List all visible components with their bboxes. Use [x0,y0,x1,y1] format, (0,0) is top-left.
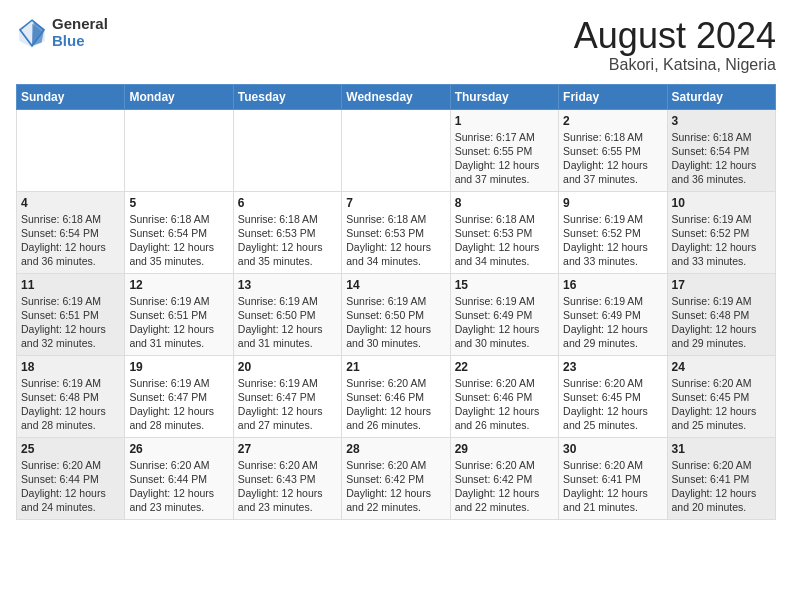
day-number: 31 [672,442,771,456]
calendar-cell: 17Sunrise: 6:19 AM Sunset: 6:48 PM Dayli… [667,273,775,355]
calendar-week-row: 11Sunrise: 6:19 AM Sunset: 6:51 PM Dayli… [17,273,776,355]
calendar-cell: 27Sunrise: 6:20 AM Sunset: 6:43 PM Dayli… [233,437,341,519]
day-info: Sunrise: 6:19 AM Sunset: 6:52 PM Dayligh… [672,212,771,269]
day-number: 15 [455,278,554,292]
day-number: 27 [238,442,337,456]
day-info: Sunrise: 6:20 AM Sunset: 6:46 PM Dayligh… [346,376,445,433]
day-info: Sunrise: 6:19 AM Sunset: 6:49 PM Dayligh… [455,294,554,351]
calendar-cell [17,109,125,191]
day-number: 29 [455,442,554,456]
calendar-cell: 9Sunrise: 6:19 AM Sunset: 6:52 PM Daylig… [559,191,667,273]
calendar-cell: 25Sunrise: 6:20 AM Sunset: 6:44 PM Dayli… [17,437,125,519]
logo-icon [16,17,48,49]
day-number: 21 [346,360,445,374]
day-info: Sunrise: 6:19 AM Sunset: 6:49 PM Dayligh… [563,294,662,351]
day-info: Sunrise: 6:18 AM Sunset: 6:55 PM Dayligh… [563,130,662,187]
calendar-cell: 13Sunrise: 6:19 AM Sunset: 6:50 PM Dayli… [233,273,341,355]
calendar-cell: 3Sunrise: 6:18 AM Sunset: 6:54 PM Daylig… [667,109,775,191]
day-info: Sunrise: 6:18 AM Sunset: 6:54 PM Dayligh… [672,130,771,187]
day-info: Sunrise: 6:20 AM Sunset: 6:41 PM Dayligh… [563,458,662,515]
day-number: 8 [455,196,554,210]
calendar-cell: 26Sunrise: 6:20 AM Sunset: 6:44 PM Dayli… [125,437,233,519]
calendar-header-day: Tuesday [233,84,341,109]
calendar-cell: 15Sunrise: 6:19 AM Sunset: 6:49 PM Dayli… [450,273,558,355]
day-info: Sunrise: 6:19 AM Sunset: 6:47 PM Dayligh… [129,376,228,433]
calendar-header-day: Monday [125,84,233,109]
calendar-cell: 7Sunrise: 6:18 AM Sunset: 6:53 PM Daylig… [342,191,450,273]
page-container: General Blue August 2024 Bakori, Katsina… [0,0,792,528]
day-number: 13 [238,278,337,292]
day-number: 6 [238,196,337,210]
day-number: 18 [21,360,120,374]
day-info: Sunrise: 6:20 AM Sunset: 6:42 PM Dayligh… [346,458,445,515]
day-number: 7 [346,196,445,210]
logo: General Blue [16,16,108,49]
day-number: 19 [129,360,228,374]
day-number: 2 [563,114,662,128]
day-info: Sunrise: 6:18 AM Sunset: 6:54 PM Dayligh… [21,212,120,269]
day-info: Sunrise: 6:20 AM Sunset: 6:42 PM Dayligh… [455,458,554,515]
day-number: 16 [563,278,662,292]
calendar-cell: 19Sunrise: 6:19 AM Sunset: 6:47 PM Dayli… [125,355,233,437]
calendar-cell: 6Sunrise: 6:18 AM Sunset: 6:53 PM Daylig… [233,191,341,273]
day-info: Sunrise: 6:19 AM Sunset: 6:50 PM Dayligh… [346,294,445,351]
day-info: Sunrise: 6:19 AM Sunset: 6:48 PM Dayligh… [21,376,120,433]
calendar-cell: 28Sunrise: 6:20 AM Sunset: 6:42 PM Dayli… [342,437,450,519]
calendar-week-row: 4Sunrise: 6:18 AM Sunset: 6:54 PM Daylig… [17,191,776,273]
title-block: August 2024 Bakori, Katsina, Nigeria [574,16,776,74]
calendar-header-day: Thursday [450,84,558,109]
calendar-cell: 8Sunrise: 6:18 AM Sunset: 6:53 PM Daylig… [450,191,558,273]
calendar-cell: 1Sunrise: 6:17 AM Sunset: 6:55 PM Daylig… [450,109,558,191]
day-number: 26 [129,442,228,456]
calendar-cell [233,109,341,191]
day-info: Sunrise: 6:20 AM Sunset: 6:43 PM Dayligh… [238,458,337,515]
calendar-header-day: Wednesday [342,84,450,109]
calendar-cell: 29Sunrise: 6:20 AM Sunset: 6:42 PM Dayli… [450,437,558,519]
day-number: 9 [563,196,662,210]
day-number: 4 [21,196,120,210]
calendar-cell [342,109,450,191]
calendar-cell: 11Sunrise: 6:19 AM Sunset: 6:51 PM Dayli… [17,273,125,355]
calendar-body: 1Sunrise: 6:17 AM Sunset: 6:55 PM Daylig… [17,109,776,519]
month-title: August 2024 [574,16,776,56]
day-number: 12 [129,278,228,292]
day-info: Sunrise: 6:19 AM Sunset: 6:47 PM Dayligh… [238,376,337,433]
calendar-cell: 23Sunrise: 6:20 AM Sunset: 6:45 PM Dayli… [559,355,667,437]
day-info: Sunrise: 6:19 AM Sunset: 6:52 PM Dayligh… [563,212,662,269]
day-info: Sunrise: 6:18 AM Sunset: 6:54 PM Dayligh… [129,212,228,269]
calendar-cell: 10Sunrise: 6:19 AM Sunset: 6:52 PM Dayli… [667,191,775,273]
day-info: Sunrise: 6:20 AM Sunset: 6:44 PM Dayligh… [21,458,120,515]
calendar-week-row: 1Sunrise: 6:17 AM Sunset: 6:55 PM Daylig… [17,109,776,191]
calendar-week-row: 25Sunrise: 6:20 AM Sunset: 6:44 PM Dayli… [17,437,776,519]
day-info: Sunrise: 6:19 AM Sunset: 6:51 PM Dayligh… [21,294,120,351]
day-info: Sunrise: 6:18 AM Sunset: 6:53 PM Dayligh… [455,212,554,269]
day-info: Sunrise: 6:17 AM Sunset: 6:55 PM Dayligh… [455,130,554,187]
calendar-cell: 18Sunrise: 6:19 AM Sunset: 6:48 PM Dayli… [17,355,125,437]
day-number: 14 [346,278,445,292]
day-info: Sunrise: 6:19 AM Sunset: 6:50 PM Dayligh… [238,294,337,351]
calendar-cell: 31Sunrise: 6:20 AM Sunset: 6:41 PM Dayli… [667,437,775,519]
logo-text: General Blue [52,16,108,49]
calendar-cell: 5Sunrise: 6:18 AM Sunset: 6:54 PM Daylig… [125,191,233,273]
day-info: Sunrise: 6:19 AM Sunset: 6:48 PM Dayligh… [672,294,771,351]
location: Bakori, Katsina, Nigeria [574,56,776,74]
day-number: 3 [672,114,771,128]
day-number: 11 [21,278,120,292]
calendar-cell: 21Sunrise: 6:20 AM Sunset: 6:46 PM Dayli… [342,355,450,437]
calendar-header-day: Friday [559,84,667,109]
calendar-cell: 20Sunrise: 6:19 AM Sunset: 6:47 PM Dayli… [233,355,341,437]
calendar-cell: 16Sunrise: 6:19 AM Sunset: 6:49 PM Dayli… [559,273,667,355]
calendar-cell: 30Sunrise: 6:20 AM Sunset: 6:41 PM Dayli… [559,437,667,519]
calendar-table: SundayMondayTuesdayWednesdayThursdayFrid… [16,84,776,520]
day-number: 24 [672,360,771,374]
day-number: 25 [21,442,120,456]
day-number: 10 [672,196,771,210]
day-info: Sunrise: 6:20 AM Sunset: 6:41 PM Dayligh… [672,458,771,515]
day-info: Sunrise: 6:20 AM Sunset: 6:44 PM Dayligh… [129,458,228,515]
calendar-cell: 22Sunrise: 6:20 AM Sunset: 6:46 PM Dayli… [450,355,558,437]
day-number: 30 [563,442,662,456]
day-info: Sunrise: 6:20 AM Sunset: 6:45 PM Dayligh… [672,376,771,433]
calendar-cell: 2Sunrise: 6:18 AM Sunset: 6:55 PM Daylig… [559,109,667,191]
logo-blue: Blue [52,33,108,50]
calendar-header-row: SundayMondayTuesdayWednesdayThursdayFrid… [17,84,776,109]
